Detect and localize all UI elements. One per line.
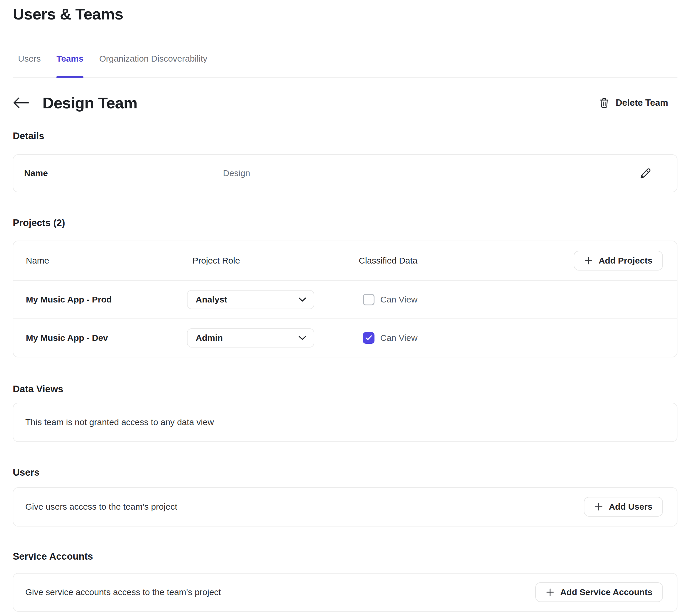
project-name: My Music App - Dev	[26, 333, 187, 343]
name-label: Name	[24, 168, 223, 178]
project-role-select[interactable]: Analyst	[187, 290, 314, 309]
can-view-label: Can View	[380, 295, 418, 305]
data-views-section-title: Data Views	[13, 383, 678, 395]
project-role-select[interactable]: Admin	[187, 328, 314, 348]
project-role-value: Analyst	[196, 295, 227, 305]
column-header-project-role: Project Role	[187, 256, 359, 266]
projects-table: Name Project Role Classified Data Add Pr…	[13, 241, 678, 357]
add-users-button[interactable]: Add Users	[584, 497, 663, 516]
can-view-label: Can View	[380, 333, 418, 343]
users-section-title: Users	[13, 467, 678, 478]
trash-icon	[599, 97, 609, 109]
data-views-empty-text: This team is not granted access to any d…	[25, 417, 214, 427]
plus-icon	[584, 256, 593, 265]
team-title: Design Team	[42, 94, 137, 112]
name-value: Design	[223, 168, 250, 178]
projects-table-header: Name Project Role Classified Data Add Pr…	[13, 241, 677, 280]
add-service-accounts-label: Add Service Accounts	[560, 587, 652, 597]
users-card: Give users access to the team's project …	[13, 487, 678, 527]
plus-icon	[546, 588, 554, 596]
check-icon	[365, 335, 372, 340]
page-title: Users & Teams	[13, 5, 678, 24]
users-teams-page: Users & Teams Users Teams Organization D…	[0, 0, 685, 612]
arrow-left-icon	[13, 97, 30, 109]
service-accounts-section-title: Service Accounts	[13, 551, 678, 562]
add-projects-label: Add Projects	[599, 256, 652, 266]
can-view-checkbox[interactable]	[363, 294, 374, 305]
delete-team-button[interactable]: Delete Team	[599, 97, 668, 109]
tab-users[interactable]: Users	[18, 54, 41, 77]
users-description: Give users access to the team's project	[25, 502, 177, 512]
project-role-value: Admin	[196, 333, 223, 343]
details-card: Name Design	[13, 154, 678, 192]
can-view-checkbox[interactable]	[363, 332, 374, 344]
column-header-classified-data: Classified Data	[359, 256, 574, 266]
pencil-icon	[639, 167, 651, 179]
add-projects-button[interactable]: Add Projects	[574, 251, 663, 270]
tab-bar: Users Teams Organization Discoverability	[13, 54, 678, 78]
tab-teams[interactable]: Teams	[57, 54, 83, 77]
project-name: My Music App - Prod	[26, 295, 187, 305]
column-header-name: Name	[26, 256, 187, 266]
add-service-accounts-button[interactable]: Add Service Accounts	[535, 582, 663, 602]
table-row: My Music App - Prod Analyst Can View	[13, 280, 677, 318]
add-users-label: Add Users	[609, 502, 652, 512]
team-header: Design Team Delete Team	[13, 94, 678, 112]
delete-team-label: Delete Team	[616, 97, 668, 108]
tab-organization-discoverability[interactable]: Organization Discoverability	[99, 54, 207, 77]
service-accounts-card: Give service accounts access to the team…	[13, 573, 678, 612]
table-row: My Music App - Dev Admin	[13, 318, 677, 357]
edit-name-button[interactable]	[639, 167, 652, 180]
chevron-down-icon	[299, 297, 306, 302]
projects-section-title: Projects (2)	[13, 217, 678, 228]
back-button[interactable]	[13, 96, 30, 110]
plus-icon	[594, 502, 603, 511]
chevron-down-icon	[299, 336, 306, 340]
data-views-card: This team is not granted access to any d…	[13, 403, 678, 442]
service-accounts-description: Give service accounts access to the team…	[25, 587, 221, 597]
details-section-title: Details	[13, 130, 678, 141]
